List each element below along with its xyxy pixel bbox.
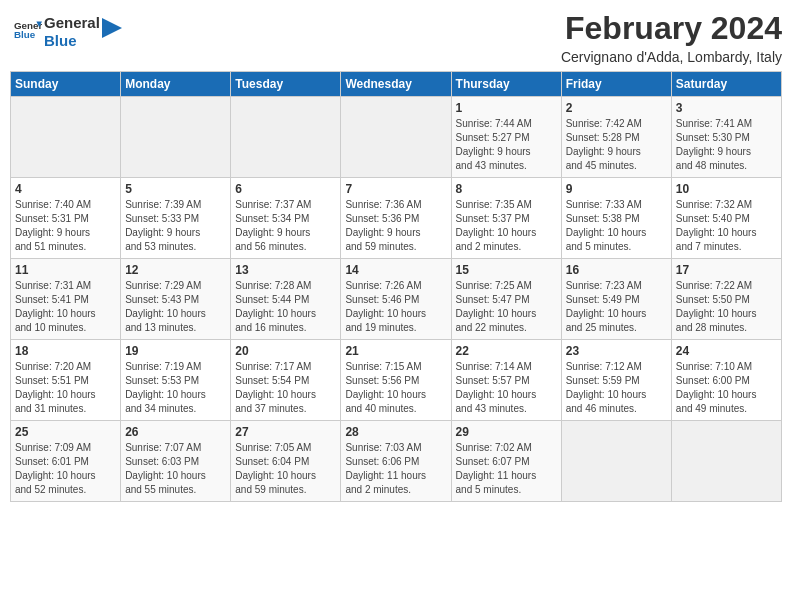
calendar-week-4: 18Sunrise: 7:20 AM Sunset: 5:51 PM Dayli… xyxy=(11,340,782,421)
day-detail: Sunrise: 7:15 AM Sunset: 5:56 PM Dayligh… xyxy=(345,360,446,416)
day-detail: Sunrise: 7:23 AM Sunset: 5:49 PM Dayligh… xyxy=(566,279,667,335)
day-number: 24 xyxy=(676,344,777,358)
day-number: 7 xyxy=(345,182,446,196)
day-detail: Sunrise: 7:28 AM Sunset: 5:44 PM Dayligh… xyxy=(235,279,336,335)
calendar-week-5: 25Sunrise: 7:09 AM Sunset: 6:01 PM Dayli… xyxy=(11,421,782,502)
day-number: 25 xyxy=(15,425,116,439)
calendar-cell: 24Sunrise: 7:10 AM Sunset: 6:00 PM Dayli… xyxy=(671,340,781,421)
calendar-cell: 20Sunrise: 7:17 AM Sunset: 5:54 PM Dayli… xyxy=(231,340,341,421)
logo-icon: General Blue xyxy=(14,16,42,44)
day-number: 18 xyxy=(15,344,116,358)
calendar-cell: 19Sunrise: 7:19 AM Sunset: 5:53 PM Dayli… xyxy=(121,340,231,421)
day-detail: Sunrise: 7:20 AM Sunset: 5:51 PM Dayligh… xyxy=(15,360,116,416)
logo: General Blue General Blue xyxy=(10,14,122,50)
header-sunday: Sunday xyxy=(11,72,121,97)
calendar-cell: 27Sunrise: 7:05 AM Sunset: 6:04 PM Dayli… xyxy=(231,421,341,502)
day-detail: Sunrise: 7:03 AM Sunset: 6:06 PM Dayligh… xyxy=(345,441,446,497)
day-number: 13 xyxy=(235,263,336,277)
day-detail: Sunrise: 7:26 AM Sunset: 5:46 PM Dayligh… xyxy=(345,279,446,335)
calendar-cell: 3Sunrise: 7:41 AM Sunset: 5:30 PM Daylig… xyxy=(671,97,781,178)
calendar-cell xyxy=(121,97,231,178)
calendar-week-2: 4Sunrise: 7:40 AM Sunset: 5:31 PM Daylig… xyxy=(11,178,782,259)
logo-text-line1: General xyxy=(44,14,100,32)
day-detail: Sunrise: 7:37 AM Sunset: 5:34 PM Dayligh… xyxy=(235,198,336,254)
day-detail: Sunrise: 7:09 AM Sunset: 6:01 PM Dayligh… xyxy=(15,441,116,497)
day-detail: Sunrise: 7:44 AM Sunset: 5:27 PM Dayligh… xyxy=(456,117,557,173)
header-saturday: Saturday xyxy=(671,72,781,97)
calendar-cell: 11Sunrise: 7:31 AM Sunset: 5:41 PM Dayli… xyxy=(11,259,121,340)
day-detail: Sunrise: 7:07 AM Sunset: 6:03 PM Dayligh… xyxy=(125,441,226,497)
header-friday: Friday xyxy=(561,72,671,97)
day-number: 16 xyxy=(566,263,667,277)
calendar-cell: 28Sunrise: 7:03 AM Sunset: 6:06 PM Dayli… xyxy=(341,421,451,502)
day-number: 29 xyxy=(456,425,557,439)
calendar-cell: 13Sunrise: 7:28 AM Sunset: 5:44 PM Dayli… xyxy=(231,259,341,340)
day-number: 17 xyxy=(676,263,777,277)
calendar-cell: 21Sunrise: 7:15 AM Sunset: 5:56 PM Dayli… xyxy=(341,340,451,421)
calendar-cell: 26Sunrise: 7:07 AM Sunset: 6:03 PM Dayli… xyxy=(121,421,231,502)
logo-text-line2: Blue xyxy=(44,32,100,50)
day-detail: Sunrise: 7:36 AM Sunset: 5:36 PM Dayligh… xyxy=(345,198,446,254)
calendar-week-1: 1Sunrise: 7:44 AM Sunset: 5:27 PM Daylig… xyxy=(11,97,782,178)
day-detail: Sunrise: 7:12 AM Sunset: 5:59 PM Dayligh… xyxy=(566,360,667,416)
calendar-cell: 8Sunrise: 7:35 AM Sunset: 5:37 PM Daylig… xyxy=(451,178,561,259)
svg-text:Blue: Blue xyxy=(14,29,36,40)
day-detail: Sunrise: 7:05 AM Sunset: 6:04 PM Dayligh… xyxy=(235,441,336,497)
calendar-cell: 16Sunrise: 7:23 AM Sunset: 5:49 PM Dayli… xyxy=(561,259,671,340)
calendar-cell: 9Sunrise: 7:33 AM Sunset: 5:38 PM Daylig… xyxy=(561,178,671,259)
day-number: 11 xyxy=(15,263,116,277)
calendar-cell: 15Sunrise: 7:25 AM Sunset: 5:47 PM Dayli… xyxy=(451,259,561,340)
day-detail: Sunrise: 7:14 AM Sunset: 5:57 PM Dayligh… xyxy=(456,360,557,416)
calendar-cell: 5Sunrise: 7:39 AM Sunset: 5:33 PM Daylig… xyxy=(121,178,231,259)
calendar-cell: 10Sunrise: 7:32 AM Sunset: 5:40 PM Dayli… xyxy=(671,178,781,259)
header-wednesday: Wednesday xyxy=(341,72,451,97)
day-number: 12 xyxy=(125,263,226,277)
calendar-cell: 2Sunrise: 7:42 AM Sunset: 5:28 PM Daylig… xyxy=(561,97,671,178)
day-detail: Sunrise: 7:39 AM Sunset: 5:33 PM Dayligh… xyxy=(125,198,226,254)
calendar-cell: 12Sunrise: 7:29 AM Sunset: 5:43 PM Dayli… xyxy=(121,259,231,340)
day-number: 15 xyxy=(456,263,557,277)
day-number: 19 xyxy=(125,344,226,358)
day-detail: Sunrise: 7:17 AM Sunset: 5:54 PM Dayligh… xyxy=(235,360,336,416)
calendar-cell: 22Sunrise: 7:14 AM Sunset: 5:57 PM Dayli… xyxy=(451,340,561,421)
calendar-subtitle: Cervignano d'Adda, Lombardy, Italy xyxy=(561,49,782,65)
title-area: February 2024 Cervignano d'Adda, Lombard… xyxy=(561,10,782,65)
day-detail: Sunrise: 7:33 AM Sunset: 5:38 PM Dayligh… xyxy=(566,198,667,254)
calendar-title: February 2024 xyxy=(561,10,782,47)
day-number: 4 xyxy=(15,182,116,196)
calendar-cell: 23Sunrise: 7:12 AM Sunset: 5:59 PM Dayli… xyxy=(561,340,671,421)
day-detail: Sunrise: 7:41 AM Sunset: 5:30 PM Dayligh… xyxy=(676,117,777,173)
day-detail: Sunrise: 7:35 AM Sunset: 5:37 PM Dayligh… xyxy=(456,198,557,254)
page-header: General Blue General Blue February 2024 … xyxy=(10,10,782,65)
day-number: 22 xyxy=(456,344,557,358)
day-number: 9 xyxy=(566,182,667,196)
header-row: Sunday Monday Tuesday Wednesday Thursday… xyxy=(11,72,782,97)
calendar-cell: 29Sunrise: 7:02 AM Sunset: 6:07 PM Dayli… xyxy=(451,421,561,502)
calendar-cell: 14Sunrise: 7:26 AM Sunset: 5:46 PM Dayli… xyxy=(341,259,451,340)
calendar-cell xyxy=(671,421,781,502)
day-detail: Sunrise: 7:31 AM Sunset: 5:41 PM Dayligh… xyxy=(15,279,116,335)
day-number: 3 xyxy=(676,101,777,115)
calendar-cell xyxy=(11,97,121,178)
day-detail: Sunrise: 7:25 AM Sunset: 5:47 PM Dayligh… xyxy=(456,279,557,335)
day-number: 28 xyxy=(345,425,446,439)
calendar-cell: 18Sunrise: 7:20 AM Sunset: 5:51 PM Dayli… xyxy=(11,340,121,421)
day-number: 23 xyxy=(566,344,667,358)
day-number: 20 xyxy=(235,344,336,358)
day-number: 10 xyxy=(676,182,777,196)
calendar-table: Sunday Monday Tuesday Wednesday Thursday… xyxy=(10,71,782,502)
day-detail: Sunrise: 7:32 AM Sunset: 5:40 PM Dayligh… xyxy=(676,198,777,254)
logo-arrow-icon xyxy=(102,18,122,38)
calendar-cell xyxy=(341,97,451,178)
calendar-cell: 17Sunrise: 7:22 AM Sunset: 5:50 PM Dayli… xyxy=(671,259,781,340)
calendar-cell: 25Sunrise: 7:09 AM Sunset: 6:01 PM Dayli… xyxy=(11,421,121,502)
day-number: 26 xyxy=(125,425,226,439)
calendar-cell: 6Sunrise: 7:37 AM Sunset: 5:34 PM Daylig… xyxy=(231,178,341,259)
header-thursday: Thursday xyxy=(451,72,561,97)
day-number: 8 xyxy=(456,182,557,196)
day-number: 1 xyxy=(456,101,557,115)
day-detail: Sunrise: 7:10 AM Sunset: 6:00 PM Dayligh… xyxy=(676,360,777,416)
calendar-cell xyxy=(231,97,341,178)
svg-marker-3 xyxy=(102,18,122,38)
day-number: 2 xyxy=(566,101,667,115)
